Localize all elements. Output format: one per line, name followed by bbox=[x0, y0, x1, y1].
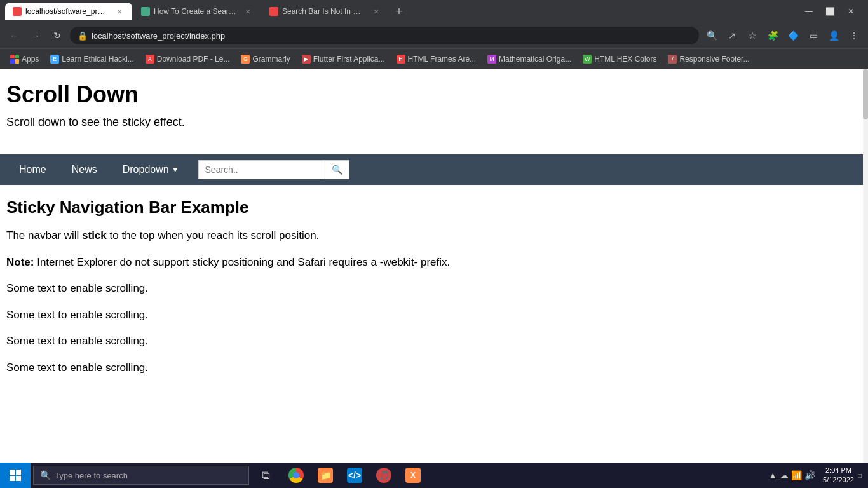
browser-chrome: localhost/software_project/index... ✕ Ho… bbox=[0, 0, 868, 69]
tab-2-label: How To Create a Search Bar bbox=[154, 7, 236, 16]
tab-3-label: Search Bar Is Not In Coded Positi... bbox=[282, 7, 365, 16]
sticky-navbar: Home News Dropdown ▼ 🔍 bbox=[0, 154, 868, 185]
menu-icon[interactable]: ⋮ bbox=[845, 27, 863, 44]
page-content: Scroll Down Scroll down to see the stick… bbox=[0, 69, 868, 154]
section-title: Sticky Navigation Bar Example bbox=[6, 198, 862, 217]
search-input[interactable] bbox=[198, 160, 325, 179]
minimize-button[interactable]: — bbox=[801, 6, 817, 17]
apps-label: Apps bbox=[22, 55, 39, 64]
bookmark-learn-ethical[interactable]: E Learn Ethical Hacki... bbox=[45, 52, 139, 66]
lock-icon: 🔒 bbox=[78, 31, 88, 41]
tab-3-close[interactable]: ✕ bbox=[371, 6, 381, 17]
scroll-text-3: Some text to enable scrolling. bbox=[6, 333, 862, 349]
scroll-text-1: Some text to enable scrolling. bbox=[6, 280, 862, 297]
bookmark-learn-favicon: E bbox=[50, 55, 59, 64]
note-label: Note: bbox=[6, 256, 34, 268]
bookmark-html-frames-label: HTML Frames Are... bbox=[408, 55, 477, 64]
bookmark-apps[interactable]: Apps bbox=[5, 52, 44, 66]
dropdown-label: Dropdown bbox=[123, 164, 169, 175]
tab-1[interactable]: localhost/software_project/index... ✕ bbox=[5, 3, 132, 20]
bookmark-pdf-label: Download PDF - Le... bbox=[157, 55, 230, 64]
bookmark-responsive-footer[interactable]: / Responsive Footer... bbox=[663, 52, 754, 66]
bookmark-math-origa[interactable]: M Mathematical Origa... bbox=[482, 52, 576, 66]
nav-home[interactable]: Home bbox=[6, 154, 59, 185]
bookmark-html-frames[interactable]: H HTML Frames Are... bbox=[391, 52, 482, 66]
para1-bold: stick bbox=[82, 229, 107, 241]
bookmarks-bar: Apps E Learn Ethical Hacki... A Download… bbox=[0, 48, 868, 69]
dropdown-arrow-icon: ▼ bbox=[172, 165, 179, 174]
bookmark-math-favicon: M bbox=[487, 55, 496, 64]
bookmark-footer-favicon: / bbox=[668, 55, 677, 64]
note-paragraph: Note: Internet Explorer do not support s… bbox=[6, 254, 862, 271]
forward-button[interactable]: → bbox=[27, 27, 44, 44]
tab-2-favicon bbox=[141, 7, 150, 16]
address-bar[interactable]: 🔒 localhost/software_project/index.php bbox=[70, 27, 699, 44]
puzzle-icon[interactable]: 🔷 bbox=[784, 27, 802, 44]
tab-1-favicon bbox=[13, 7, 22, 16]
address-text: localhost/software_project/index.php bbox=[92, 31, 225, 41]
reload-button[interactable]: ↻ bbox=[48, 27, 66, 44]
scroll-text-4: Some text to enable scrolling. bbox=[6, 360, 862, 376]
bookmark-hex-label: HTML HEX Colors bbox=[594, 55, 656, 64]
scrollbar-track bbox=[863, 69, 868, 398]
tab-2[interactable]: How To Create a Search Bar ✕ bbox=[133, 3, 261, 20]
tab-bar: localhost/software_project/index... ✕ Ho… bbox=[0, 0, 868, 23]
bookmark-learn-label: Learn Ethical Hacki... bbox=[62, 55, 133, 64]
profile-icon[interactable]: 👤 bbox=[825, 27, 843, 44]
tab-2-close[interactable]: ✕ bbox=[243, 6, 253, 17]
para1-post: to the top when you reach its scroll pos… bbox=[107, 229, 320, 241]
note-text: Internet Explorer do not support sticky … bbox=[34, 256, 450, 268]
apps-icon bbox=[10, 55, 19, 64]
scroll-desc: Scroll down to see the sticky effect. bbox=[6, 116, 862, 129]
bookmark-pdf-favicon: A bbox=[146, 55, 154, 64]
address-bar-row: ← → ↻ 🔒 localhost/software_project/index… bbox=[0, 23, 868, 48]
bookmark-grammarly-label: Grammarly bbox=[252, 55, 290, 64]
sidebar-icon[interactable]: ▭ bbox=[804, 27, 822, 44]
scroll-text-2: Some text to enable scrolling. bbox=[6, 307, 862, 323]
tab-1-close[interactable]: ✕ bbox=[114, 6, 125, 17]
tab-1-label: localhost/software_project/index... bbox=[25, 7, 108, 16]
bookmark-icon[interactable]: ☆ bbox=[743, 27, 761, 44]
bookmark-flutter-favicon: ▶ bbox=[302, 55, 311, 64]
bookmark-math-label: Mathematical Origa... bbox=[499, 55, 571, 64]
window-controls: — ⬜ ✕ bbox=[801, 6, 863, 17]
toolbar-icons: 🔍 ↗ ☆ 🧩 🔷 ▭ 👤 ⋮ bbox=[703, 27, 863, 44]
para1-pre: The navbar will bbox=[6, 229, 82, 241]
new-tab-button[interactable]: + bbox=[390, 3, 408, 20]
bookmark-grammarly[interactable]: G Grammarly bbox=[236, 52, 295, 66]
tab-3[interactable]: Search Bar Is Not In Coded Positi... ✕ bbox=[262, 3, 389, 20]
bookmark-flutter[interactable]: ▶ Flutter First Applica... bbox=[297, 52, 390, 66]
maximize-button[interactable]: ⬜ bbox=[822, 6, 839, 17]
tab-3-favicon bbox=[269, 7, 278, 16]
scrollbar-thumb[interactable] bbox=[863, 69, 868, 119]
search-icon[interactable]: 🔍 bbox=[703, 27, 721, 44]
bookmark-footer-label: Responsive Footer... bbox=[679, 55, 749, 64]
sticky-description: The navbar will stick to the top when yo… bbox=[6, 227, 862, 244]
bookmark-html-frames-favicon: H bbox=[397, 55, 405, 64]
extension-icon[interactable]: 🧩 bbox=[764, 27, 782, 44]
close-button[interactable]: ✕ bbox=[844, 6, 858, 17]
nav-dropdown[interactable]: Dropdown ▼ bbox=[110, 154, 192, 185]
main-content: Sticky Navigation Bar Example The navbar… bbox=[0, 185, 868, 398]
bookmark-flutter-label: Flutter First Applica... bbox=[313, 55, 385, 64]
page-title: Scroll Down bbox=[6, 81, 862, 108]
bookmark-grammarly-favicon: G bbox=[241, 55, 250, 64]
bookmark-html-hex[interactable]: W HTML HEX Colors bbox=[578, 52, 661, 66]
nav-news[interactable]: News bbox=[59, 154, 110, 185]
bookmark-hex-favicon: W bbox=[583, 55, 592, 64]
search-form: 🔍 bbox=[198, 160, 349, 179]
share-icon[interactable]: ↗ bbox=[723, 27, 741, 44]
bookmark-download-pdf[interactable]: A Download PDF - Le... bbox=[140, 52, 235, 66]
back-button[interactable]: ← bbox=[5, 27, 23, 44]
search-button[interactable]: 🔍 bbox=[325, 160, 349, 179]
search-btn-icon: 🔍 bbox=[332, 165, 342, 175]
